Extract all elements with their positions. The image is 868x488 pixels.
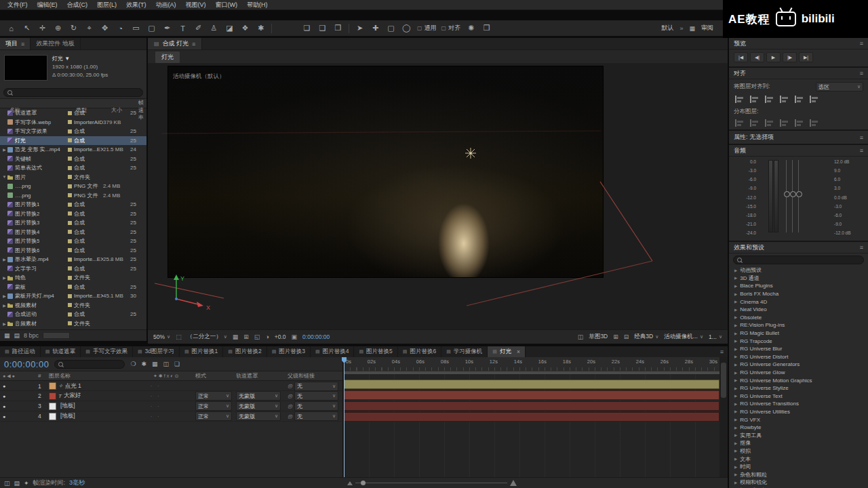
layer-label-chip[interactable] [49, 392, 56, 400]
channel-icon[interactable] [265, 333, 269, 340]
effects-category[interactable]: 杂色和颗粒 [729, 470, 868, 479]
timeline-tab[interactable]: 图片替换4 [311, 346, 354, 357]
effects-category[interactable]: Rowbyte [729, 424, 868, 432]
panel-menu-icon[interactable] [720, 348, 724, 355]
effects-category[interactable]: RG Magic Bullet [729, 329, 868, 338]
layer-row[interactable]: ● 1 点光 1 · · ◎ 无 [0, 381, 342, 391]
column-layer-number[interactable]: # [38, 373, 49, 379]
menu-item[interactable]: 动画(A) [151, 1, 181, 9]
frame-blend-icon[interactable] [152, 361, 158, 367]
expand-transfer-icon[interactable] [24, 480, 29, 487]
align-icon[interactable] [780, 96, 789, 103]
project-item-row[interactable]: 手写字体.webp ImporterAIDB 379 KB [0, 118, 146, 127]
column-parent-link[interactable]: 父级和链接 [288, 372, 342, 380]
menu-item[interactable]: 帮助(H) [242, 1, 273, 9]
effects-category[interactable]: Boris FX Mocha [729, 290, 868, 298]
toolbar-icon[interactable] [317, 22, 328, 34]
label-color-swatch[interactable] [68, 120, 72, 124]
transparency-grid-icon[interactable] [243, 333, 249, 340]
timeline-tab[interactable]: 灯光 [488, 346, 526, 357]
project-item-row[interactable]: ….png PNG 文件 2.4 MB [0, 191, 146, 201]
project-item-row[interactable]: ….png PNG 文件 2.4 MB [0, 182, 146, 191]
mask-visibility-icon[interactable] [254, 333, 260, 340]
tool-icon[interactable] [68, 22, 79, 34]
tool-icon[interactable] [146, 22, 157, 34]
review-button[interactable]: 审阅 [701, 24, 713, 33]
zoom-in-mountain-icon[interactable] [510, 480, 517, 486]
layer-duration-bar[interactable] [344, 412, 719, 422]
parent-dropdown[interactable]: 无 [294, 391, 338, 401]
tool-icon[interactable] [161, 22, 173, 34]
menu-item[interactable]: 文件(F) [3, 1, 33, 9]
project-item-row[interactable]: ▶ 纯色 文件夹 [0, 273, 146, 283]
snapshot-icon[interactable] [292, 333, 298, 340]
toolbar-icon[interactable] [465, 22, 477, 34]
effects-category[interactable]: RG Universe Transitions [729, 400, 868, 408]
pickwhip-icon[interactable]: ◎ [288, 413, 292, 420]
tool-icon[interactable] [255, 22, 267, 34]
new-folder-icon[interactable] [14, 332, 20, 339]
project-item-row[interactable]: ▼ 图片 文件夹 [0, 173, 146, 182]
tool-icon[interactable] [208, 22, 220, 34]
tool-icon[interactable] [5, 22, 17, 34]
project-item-row[interactable]: 简单表达式 合成 25 [0, 163, 146, 173]
expand-caret-icon[interactable]: ▶ [1, 147, 7, 152]
align-icon[interactable] [810, 96, 819, 103]
project-bpc[interactable]: 8 bpc [24, 332, 39, 339]
column-layer-name[interactable]: 图层名称 [49, 372, 151, 380]
effects-category[interactable]: Obsolete [729, 314, 868, 322]
blend-mode-dropdown[interactable]: 正常 [195, 411, 232, 421]
effects-category[interactable]: Blace Plugins [729, 282, 868, 290]
motion-blur-icon[interactable] [163, 361, 170, 367]
expand-caret-icon[interactable]: ▶ [1, 303, 7, 308]
fast-previews-icon[interactable] [578, 333, 584, 340]
track-matte-dropdown[interactable]: 无蒙版 [236, 401, 281, 411]
transport-button[interactable]: ▶ [766, 52, 781, 62]
tool-icon[interactable] [37, 22, 48, 34]
track-matte-dropdown[interactable]: 无蒙版 [236, 391, 281, 401]
label-color-swatch[interactable] [68, 148, 72, 152]
effects-category[interactable]: RG Universe Text [729, 392, 868, 401]
timeline-tab[interactable]: 图片替换1 [180, 346, 223, 357]
timeline-track-area[interactable]: 0s02s04s06s08s10s12s14s16s18s20s22s24s26… [344, 357, 719, 478]
pickwhip-icon[interactable]: ◎ [288, 383, 292, 389]
toolbar-icon[interactable] [385, 22, 397, 34]
work-area-bar[interactable] [344, 371, 719, 374]
comp-mini-flowchart-chip[interactable]: 灯光 [155, 51, 180, 64]
composition-frame[interactable]: 活动摄像机（默认） [167, 66, 604, 278]
tab-composition[interactable]: 合成 灯光 [148, 38, 202, 49]
project-item-row[interactable]: 关键帧 合成 25 [0, 155, 146, 164]
label-color-swatch[interactable] [68, 221, 72, 225]
tool-icon[interactable] [193, 22, 204, 34]
timeline-zoom-slider[interactable] [347, 480, 517, 486]
pickwhip-icon[interactable]: ◎ [288, 393, 292, 399]
transport-button[interactable]: |▶ [783, 52, 797, 62]
label-color-swatch[interactable] [68, 166, 72, 170]
effects-category[interactable]: 实用工具 [729, 431, 868, 439]
item-info-name[interactable]: 灯光 ▼ [52, 55, 108, 63]
layer-label-chip[interactable] [49, 413, 56, 420]
project-item-row[interactable]: 蒙板 合成 25 [0, 283, 146, 292]
toolbar-icon[interactable] [301, 22, 313, 34]
label-color-swatch[interactable] [68, 129, 72, 134]
expand-caret-icon[interactable]: ▶ [1, 275, 7, 280]
parent-dropdown[interactable]: 无 [294, 401, 338, 411]
timeline-tab[interactable]: 图片替换3 [267, 346, 311, 357]
toolbar-icon[interactable] [401, 22, 412, 34]
draft-icon[interactable] [142, 361, 147, 367]
toolbar-icon[interactable] [354, 22, 366, 34]
visibility-eye-icon[interactable]: ● [0, 414, 31, 419]
exposure-value[interactable]: +0.0 [275, 333, 286, 340]
layer-name[interactable]: 大家好 [64, 392, 81, 400]
timeline-tab[interactable]: 手写文字效果 [81, 346, 133, 357]
current-time-indicator[interactable] [344, 357, 344, 478]
distribute-icon[interactable] [765, 119, 774, 127]
column-track-matte[interactable]: 轨道遮罩 [236, 372, 288, 380]
project-search-input[interactable] [3, 88, 143, 97]
layer-duration-bar[interactable] [344, 390, 719, 400]
layer-switches[interactable]: · · [151, 384, 195, 388]
graph-editor-icon[interactable] [174, 361, 180, 367]
tool-icon[interactable] [239, 22, 251, 34]
visibility-eye-icon[interactable]: ● [0, 384, 31, 388]
timeline-tab[interactable]: 轨道遮罩 [41, 346, 81, 357]
